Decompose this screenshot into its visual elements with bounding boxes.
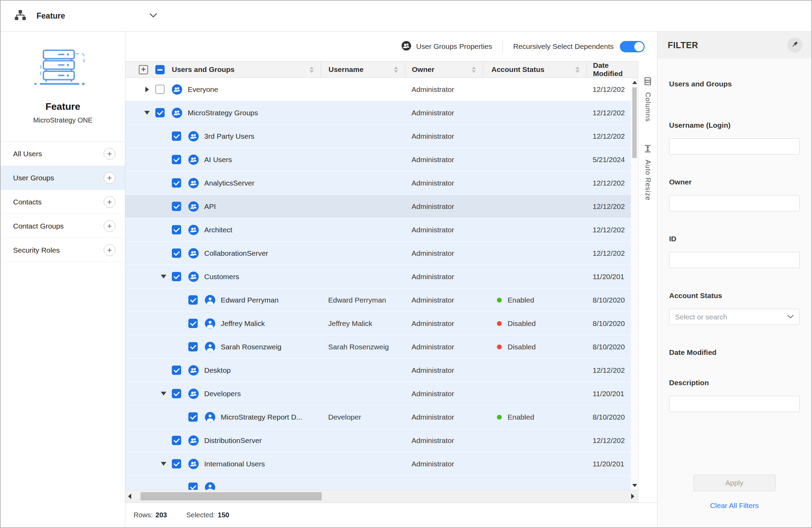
- table-row-international-users[interactable]: International UsersAdministrator11/20/20…: [125, 452, 631, 476]
- horizontal-scrollbar[interactable]: [125, 490, 638, 503]
- sidebar-item-user-groups[interactable]: User Groups+: [1, 166, 125, 190]
- select-all-checkbox[interactable]: [155, 65, 165, 74]
- table-row-developers[interactable]: DevelopersAdministrator11/20/201: [125, 382, 631, 405]
- row-checkbox[interactable]: [172, 366, 181, 375]
- row-name: MicroStrategy Report D...: [221, 413, 302, 421]
- filter-select-account-status[interactable]: Select or search: [669, 309, 800, 325]
- row-checkbox[interactable]: [172, 178, 181, 188]
- row-checkbox[interactable]: [172, 155, 181, 164]
- table-row-jeffrey-malick[interactable]: Jeffrey MalickJeffrey MalickAdministrato…: [125, 312, 631, 335]
- table-row-analyticsserver[interactable]: AnalyticsServerAdministrator12/12/202: [125, 171, 631, 195]
- row-checkbox[interactable]: [172, 459, 181, 468]
- app-window: Feature: [0, 0, 812, 528]
- table-row-api[interactable]: APIAdministrator12/12/202: [125, 195, 631, 218]
- user-icon: [205, 318, 215, 329]
- name-cell: AI Users: [125, 155, 321, 165]
- collapse-arrow-icon[interactable]: [155, 462, 172, 466]
- table-row-desktop[interactable]: DesktopAdministrator12/12/202: [125, 359, 631, 382]
- row-checkbox[interactable]: [172, 436, 181, 445]
- filter-input-username-login[interactable]: [669, 138, 800, 155]
- apply-button[interactable]: Apply: [694, 475, 775, 491]
- sort-icon[interactable]: [472, 66, 476, 73]
- sidebar-item-all-users[interactable]: All Users+: [1, 142, 125, 166]
- table-row-item[interactable]: [125, 476, 631, 490]
- collapse-arrow-icon[interactable]: [155, 275, 172, 278]
- table-row-microstrategy-groups[interactable]: MicroStrategy GroupsAdministrator12/12/2…: [125, 101, 631, 125]
- filter-input-owner[interactable]: [669, 195, 800, 211]
- scroll-down-arrow[interactable]: [631, 482, 638, 489]
- row-checkbox[interactable]: [172, 249, 181, 258]
- row-checkbox[interactable]: [172, 225, 181, 234]
- scroll-right-arrow[interactable]: [628, 490, 637, 503]
- table-row-architect[interactable]: ArchitectAdministrator12/12/202: [125, 218, 631, 242]
- horizontal-scroll-thumb[interactable]: [140, 492, 322, 500]
- collapse-arrow-icon[interactable]: [155, 392, 172, 395]
- add-contact-groups-button[interactable]: +: [104, 220, 115, 232]
- table-row-3rd-party-users[interactable]: 3rd Party UsersAdministrator12/12/202: [125, 125, 631, 148]
- collapse-arrow-icon[interactable]: [139, 111, 155, 115]
- account-status-cell: Disabled: [483, 343, 586, 351]
- add-contacts-button[interactable]: +: [104, 196, 115, 208]
- row-checkbox[interactable]: [188, 342, 198, 351]
- sidebar-item-contact-groups[interactable]: Contact Groups+: [1, 214, 125, 238]
- owner-cell: Administrator: [405, 249, 483, 257]
- sort-icon[interactable]: [575, 66, 580, 73]
- row-checkbox[interactable]: [188, 483, 198, 490]
- name-cell: International Users: [125, 459, 321, 469]
- table-header: +Users and GroupsUsernameOwnerAccount St…: [125, 61, 638, 78]
- filter-input-id[interactable]: [669, 252, 800, 268]
- row-checkbox[interactable]: [172, 389, 181, 398]
- row-checkbox[interactable]: [172, 272, 181, 281]
- clear-all-filters-link[interactable]: Clear All Filters: [669, 501, 800, 510]
- scroll-up-arrow[interactable]: [631, 78, 638, 86]
- expand-all-button[interactable]: +: [139, 65, 148, 74]
- column-header-owner[interactable]: Owner: [405, 62, 483, 77]
- table-row-sarah-rosenzweig[interactable]: Sarah RosenzweigSarah RosenzweigAdminist…: [125, 335, 631, 359]
- sort-icon[interactable]: [310, 66, 314, 73]
- row-name: DistributionServer: [204, 436, 262, 445]
- columns-label: Columns: [644, 92, 652, 122]
- row-checkbox[interactable]: [188, 412, 198, 422]
- add-user-groups-button[interactable]: +: [104, 172, 115, 184]
- row-checkbox[interactable]: [155, 108, 165, 117]
- table-row-ai-users[interactable]: AI UsersAdministrator5/21/2024: [125, 148, 631, 171]
- row-checkbox[interactable]: [172, 202, 181, 211]
- owner-cell: Administrator: [405, 132, 483, 140]
- row-checkbox[interactable]: [188, 319, 198, 328]
- table-row-microstrategy-report-d[interactable]: MicroStrategy Report D...DeveloperAdmini…: [125, 405, 631, 429]
- table-row-collaborationserver[interactable]: CollaborationServerAdministrator12/12/20…: [125, 242, 631, 265]
- sort-icon[interactable]: [394, 66, 398, 73]
- recursive-select-toggle[interactable]: [620, 41, 645, 52]
- add-all-users-button[interactable]: +: [104, 148, 115, 160]
- filter-input-description[interactable]: [669, 396, 800, 412]
- column-header-username[interactable]: Username: [321, 62, 405, 77]
- columns-tool[interactable]: Columns: [643, 76, 653, 122]
- vertical-scroll-thumb[interactable]: [632, 87, 637, 158]
- environment-dropdown[interactable]: [149, 13, 157, 19]
- table-body: EveryoneAdministrator12/12/202MicroStrat…: [125, 78, 638, 490]
- table-row-edward-perryman[interactable]: Edward PerrymanEdward PerrymanAdministra…: [125, 288, 631, 312]
- filter-label-owner: Owner: [669, 178, 800, 186]
- owner-cell: Administrator: [405, 390, 483, 398]
- sidebar-item-security-roles[interactable]: Security Roles+: [1, 238, 125, 262]
- pin-button[interactable]: [787, 38, 802, 53]
- user-group-icon: [188, 459, 199, 469]
- column-header-account-status[interactable]: Account Status: [483, 62, 586, 77]
- scroll-left-arrow[interactable]: [125, 490, 134, 503]
- row-checkbox[interactable]: [172, 131, 181, 141]
- vertical-scrollbar[interactable]: [631, 78, 638, 490]
- table-row-distributionserver[interactable]: DistributionServerAdministrator12/12/202: [125, 429, 631, 452]
- owner-cell: Administrator: [405, 85, 483, 94]
- user-groups-properties-button[interactable]: User Groups Properties: [401, 41, 492, 52]
- table-row-customers[interactable]: CustomersAdministrator11/20/201: [125, 265, 631, 288]
- row-checkbox[interactable]: [155, 85, 165, 94]
- column-header-date-modified[interactable]: Date Modified: [586, 62, 638, 77]
- auto-resize-tool[interactable]: Auto Resize: [643, 144, 653, 201]
- user-group-properties-icon: [401, 41, 412, 52]
- expand-arrow-icon[interactable]: [139, 87, 155, 92]
- column-header-users-and-groups[interactable]: +Users and Groups: [125, 62, 321, 77]
- sidebar-item-contacts[interactable]: Contacts+: [1, 190, 125, 214]
- add-security-roles-button[interactable]: +: [104, 244, 115, 256]
- table-row-everyone[interactable]: EveryoneAdministrator12/12/202: [125, 78, 631, 101]
- row-checkbox[interactable]: [188, 295, 198, 305]
